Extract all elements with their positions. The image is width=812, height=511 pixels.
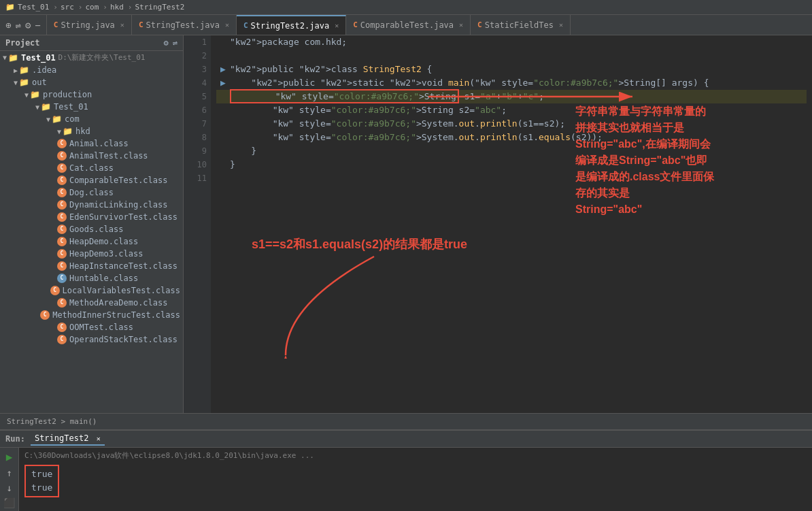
tree-idea[interactable]: ▶ 📁 .idea [0, 64, 183, 76]
tree-item-MethodInnerStrucTest_class[interactable]: CMethodInnerStrucTest.class [0, 309, 183, 321]
code-content: 1234567891011 "kw2">package com.hkd;▶"kw… [184, 35, 812, 413]
run-tab-label: StringTest2 [35, 433, 88, 443]
top-bar: 📁 Test_01 › src › com › hkd › StringTest… [0, 0, 812, 15]
tree-com-label: com [65, 114, 80, 124]
sidebar-gear-icon[interactable]: ⚙ [164, 38, 169, 48]
sidebar-split-icon[interactable]: ⇌ [173, 38, 177, 48]
tree-production[interactable]: ▼ 📁 production [0, 88, 183, 101]
tree-production-folder-icon: 📁 [30, 90, 40, 99]
tab-java-icon-4: C [353, 20, 358, 29]
tab-comparabletest-java[interactable]: C ComparableTest.java ✕ [346, 15, 471, 35]
class-icon-HeapDemo.class: C [57, 237, 67, 246]
tree-item-AnimalTest_class[interactable]: CAnimalTest.class [0, 150, 183, 162]
tree-root-folder-icon: 📁 [8, 53, 18, 63]
tree-hkd[interactable]: ▼ 📁 hkd [0, 125, 183, 137]
tree-item-DynamicLinking_class[interactable]: CDynamicLinking.class [0, 199, 183, 211]
tab-stringtest2-java[interactable]: C StringTest2.java ✕ [237, 15, 346, 35]
tree-item-HeapDemo_class[interactable]: CHeapDemo.class [0, 235, 183, 248]
split-icon[interactable]: ⇌ [15, 20, 20, 31]
tree-item-OperandStackTest_class[interactable]: COperandStackTest.class [0, 333, 183, 346]
tree-com[interactable]: ▼ 📁 com [0, 113, 183, 125]
tab-java-icon-2: C [139, 20, 143, 29]
tab-string-java-label: String.java [61, 20, 114, 30]
tree-hkd-label: hkd [75, 127, 90, 136]
top-src: src [61, 3, 74, 12]
tree-hkd-arrow: ▼ [57, 128, 61, 135]
tab-staticfield-java[interactable]: C StaticFieldTes ✕ [471, 15, 571, 35]
code-line-5: "kw" style="color:#a9b7c6;">String s1="a… [216, 90, 807, 103]
tree-item-Goods_class[interactable]: CGoods.class [0, 223, 183, 235]
tree-label-HeapInstanceTest.class: HeapInstanceTest.class [69, 261, 177, 271]
tree-label-ComparableTest.class: ComparableTest.class [69, 176, 168, 185]
output-line-2: true [31, 481, 52, 495]
tree-com-arrow: ▼ [46, 116, 50, 123]
tree-label-Goods.class: Goods.class [69, 225, 123, 234]
tree-item-OOMTest_class[interactable]: COOMTest.class [0, 321, 183, 333]
tree-label-Dog.class: Dog.class [69, 188, 114, 197]
top-project: Test_01 [18, 3, 49, 12]
gutter-3[interactable]: ▶ [216, 63, 230, 76]
tree-label-Huntable.class: Huntable.class [69, 274, 138, 283]
tree-label-EdenSurvivorTest.class: EdenSurvivorTest.class [69, 212, 177, 222]
tree-production-arrow: ▼ [24, 91, 29, 99]
run-tab-close[interactable]: ✕ [97, 435, 101, 442]
tab-stringtest-java[interactable]: C StringTest.java ✕ [132, 15, 237, 35]
tab-stringtest-java-close[interactable]: ✕ [225, 21, 229, 29]
tab-staticfield-java-close[interactable]: ✕ [559, 21, 563, 29]
tree-production-label: production [43, 90, 92, 99]
run-stop-button[interactable]: ⬛ [3, 497, 15, 508]
tab-bar: ⊕ ⇌ ⚙ − C String.java ✕ C StringTest.jav… [0, 15, 812, 35]
tree-label-HeapDemo3.class: HeapDemo3.class [69, 249, 143, 259]
tree-item-HeapInstanceTest_class[interactable]: CHeapInstanceTest.class [0, 260, 183, 272]
tab-stringtest2-java-label: StringTest2.java [251, 21, 330, 31]
class-icon-ComparableTest.class: C [57, 176, 67, 185]
tab-staticfield-java-label: StaticFieldTes [485, 20, 554, 30]
code-lines[interactable]: "kw2">package com.hkd;▶"kw2">public "kw2… [211, 35, 812, 413]
tree-item-Animal_class[interactable]: CAnimal.class [0, 137, 183, 150]
tree-test01[interactable]: ▼ 📁 Test_01 [0, 101, 183, 113]
tab-comparabletest-java-close[interactable]: ✕ [459, 21, 463, 29]
tree-item-Dog_class[interactable]: CDog.class [0, 186, 183, 199]
code-line-6: "kw" style="color:#a9b7c6;">String s2="a… [216, 103, 807, 117]
run-content: ▶ ↑ ↓ ⬛ C:\360Downloads\java软件\eclipse8.… [0, 448, 812, 511]
class-icon-MethodInnerStrucTest.class: C [40, 310, 50, 320]
line-numbers: 1234567891011 [184, 35, 211, 413]
tree-label-Cat.class: Cat.class [69, 163, 114, 173]
tree-item-EdenSurvivorTest_class[interactable]: CEdenSurvivorTest.class [0, 211, 183, 223]
output-box-inner: true true [24, 465, 59, 497]
run-tab-stringtest2[interactable]: StringTest2 ✕ [31, 432, 105, 446]
tree-root-label: Test_01 [21, 53, 56, 63]
tree-item-Cat_class[interactable]: CCat.class [0, 162, 183, 174]
tree-item-ComparableTest_class[interactable]: CComparableTest.class [0, 174, 183, 186]
minimize-icon[interactable]: − [35, 20, 40, 31]
run-up-button[interactable]: ↑ [6, 467, 12, 478]
run-play-button[interactable]: ▶ [6, 450, 13, 463]
tree-item-Huntable_class[interactable]: CHuntable.class [0, 272, 183, 284]
tree-item-MethodAreaDemo_class[interactable]: CMethodAreaDemo.class [0, 297, 183, 309]
run-down-button[interactable]: ↓ [6, 482, 12, 493]
tree-out-label: out [32, 78, 47, 87]
gutter-4[interactable]: ▶ [216, 76, 230, 90]
tree-item-HeapDemo3_class[interactable]: CHeapDemo3.class [0, 248, 183, 260]
class-icon-MethodAreaDemo.class: C [57, 298, 67, 308]
tree-label-Animal.class: Animal.class [69, 139, 129, 148]
tab-string-java-close[interactable]: ✕ [120, 21, 124, 29]
tree-com-folder-icon: 📁 [52, 114, 62, 124]
tab-toolbar: ⊕ ⇌ ⚙ − [0, 15, 47, 35]
class-icon-OperandStackTest.class: C [57, 335, 67, 344]
tree-out-arrow: ▼ [14, 79, 18, 86]
tree-out[interactable]: ▼ 📁 out [0, 76, 183, 88]
class-icon-Goods.class: C [57, 225, 67, 234]
tree-root[interactable]: ▼ 📁 Test_01 D:\新建文件夹\Test_01 [0, 51, 183, 64]
sidebar: Project ⚙ ⇌ ▼ 📁 Test_01 D:\新建文件夹\Test_01… [0, 35, 184, 413]
tab-stringtest2-java-close[interactable]: ✕ [335, 22, 339, 29]
sidebar-header: Project ⚙ ⇌ [0, 35, 183, 51]
code-line-1: "kw2">package com.hkd; [216, 35, 807, 49]
line-number-5: 5 [188, 90, 207, 103]
tab-string-java[interactable]: C String.java ✕ [47, 15, 132, 35]
code-text-7: "kw" style="color:#a9b7c6;">System.out.p… [230, 117, 565, 131]
tree-label-OOMTest.class: OOMTest.class [69, 323, 133, 332]
settings-icon[interactable]: ⚙ [25, 20, 31, 31]
tree-item-LocalVariablesTest_class[interactable]: CLocalVariablesTest.class [0, 284, 183, 297]
new-file-icon[interactable]: ⊕ [5, 20, 11, 31]
